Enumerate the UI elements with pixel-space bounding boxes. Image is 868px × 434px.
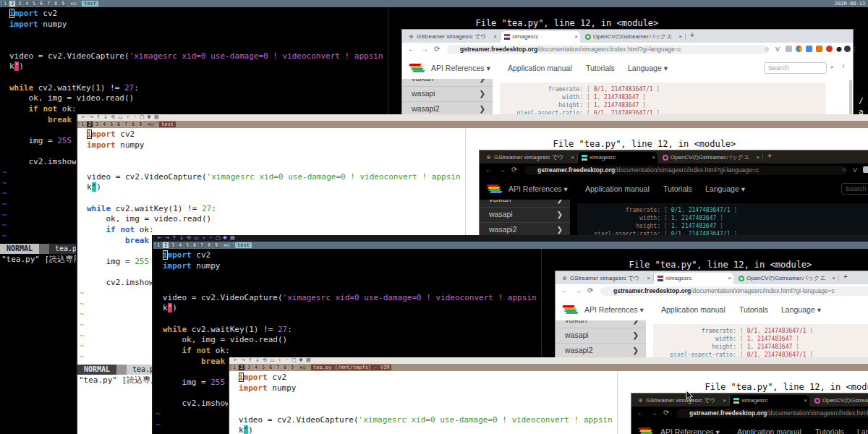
- vimium-icon[interactable]: V: [775, 46, 780, 54]
- toolbar-icon[interactable]: －: [132, 114, 137, 121]
- new-tab-button[interactable]: +: [767, 152, 772, 160]
- toolbar-icon[interactable]: ▤: [154, 114, 159, 121]
- browser-tab[interactable]: ximagesrc×: [578, 152, 658, 163]
- browser-tab[interactable]: ximagesrc×: [501, 31, 580, 43]
- browser-tab[interactable]: OpenCVのGstreamerバックエ×: [582, 31, 684, 43]
- tmux-window-1[interactable]: 1: [80, 122, 85, 127]
- toolbar-icon[interactable]: ↓: [103, 114, 108, 121]
- new-tab-button[interactable]: +: [690, 31, 694, 39]
- avatar-icon[interactable]: [844, 46, 851, 52]
- reload-button[interactable]: ⟳: [587, 286, 593, 294]
- vim-editor[interactable]: import cv2import numpyvideo = cv2.VideoC…: [229, 371, 618, 434]
- tmux-window-4[interactable]: 4: [101, 122, 107, 127]
- url-bar[interactable]: gstreamer.freedesktop.org/documentation/…: [447, 45, 769, 54]
- tab-close-icon[interactable]: ×: [574, 31, 578, 43]
- tab-close-icon[interactable]: ×: [756, 152, 760, 163]
- tmux-window-6[interactable]: 6: [268, 365, 273, 370]
- docs-nav-item[interactable]: Tutorials: [739, 299, 768, 320]
- back-button[interactable]: ←: [485, 166, 493, 174]
- browser-tab[interactable]: OpenCVのGstreamerバックエ×: [659, 152, 762, 163]
- tmux-window-4[interactable]: 4: [253, 365, 259, 370]
- toolbar-icon[interactable]: ←: [158, 235, 162, 242]
- tmux-window-2[interactable]: 2: [9, 1, 15, 7]
- toolbar-icon[interactable]: ✚: [299, 357, 303, 364]
- tmux-window-4[interactable]: 4: [24, 1, 30, 7]
- tmux-window-2[interactable]: 2: [239, 365, 244, 370]
- browser-tab[interactable]: ⊕GStreamer ximagesrc でウ×: [558, 273, 652, 284]
- toolbar-icon[interactable]: ✚: [147, 114, 151, 121]
- back-button[interactable]: ←: [408, 45, 415, 53]
- docs-nav-item[interactable]: API References ▾: [509, 178, 568, 200]
- opencv-test-window-level-3[interactable]: ←→↑↓⟲▭＋－▢✚▤'123456789×○'tea.py (/mnt/tmp…: [228, 357, 868, 434]
- tab-close-icon[interactable]: ×: [571, 152, 574, 163]
- toolbar-icon[interactable]: ⟲: [187, 235, 191, 242]
- forward-button[interactable]: →: [574, 286, 582, 294]
- sidebar-item-wasapi[interactable]: wasapi❯: [480, 207, 570, 223]
- tmux-window-9[interactable]: 9: [137, 122, 143, 127]
- back-button[interactable]: ←: [637, 409, 644, 417]
- docs-nav-item[interactable]: API References ▾: [584, 299, 644, 320]
- tmux-window-1[interactable]: 1: [2, 1, 8, 7]
- reload-button[interactable]: ⟳: [663, 409, 669, 417]
- url-bar[interactable]: gstreamer.freedesktop.org/documentation/…: [676, 409, 868, 418]
- tmux-window-5[interactable]: 5: [109, 122, 114, 127]
- tmux-window-6[interactable]: 6: [116, 122, 122, 127]
- tmux-window-9[interactable]: 9: [60, 1, 66, 7]
- sidebar-item-wasapi[interactable]: wasapi❯: [402, 86, 493, 102]
- docs-nav-item[interactable]: Tutorials: [663, 178, 692, 200]
- blue-app-icon[interactable]: [806, 46, 812, 52]
- toolbar-icon[interactable]: ▤: [306, 357, 311, 364]
- browser-tab[interactable]: ⊕GStreamer ximagesrc でウ×: [405, 31, 499, 43]
- tab-close-icon[interactable]: ×: [678, 31, 682, 43]
- tmux-window-7[interactable]: 7: [123, 122, 129, 127]
- back-button[interactable]: ←: [561, 286, 569, 294]
- toolbar-icon[interactable]: →: [241, 357, 245, 364]
- tmux-window-3[interactable]: 3: [246, 365, 252, 370]
- forward-button[interactable]: →: [498, 166, 506, 174]
- tab-close-icon[interactable]: ×: [804, 395, 807, 407]
- tmux-window-8[interactable]: 8: [206, 242, 212, 248]
- browser-tab[interactable]: OpenCVのGstreamerバックエ×: [811, 395, 868, 407]
- toolbar-icon[interactable]: ↑: [96, 114, 101, 121]
- tmux-window-3[interactable]: 3: [94, 122, 100, 127]
- docs-nav-item[interactable]: Language ▾: [628, 57, 668, 79]
- url-bar[interactable]: gstreamer.freedesktop.org/documentation/…: [524, 166, 846, 175]
- tmux-window-3[interactable]: 3: [170, 242, 176, 248]
- orange-app-icon[interactable]: [816, 46, 822, 52]
- toolbar-icon[interactable]: ←: [234, 357, 238, 364]
- tmux-window-6[interactable]: 6: [192, 242, 197, 248]
- tmux-window-4[interactable]: 4: [177, 242, 183, 248]
- tab-close-icon[interactable]: ×: [723, 395, 726, 407]
- toolbar-icon[interactable]: ↓: [255, 357, 260, 364]
- tmux-window-2[interactable]: 2: [87, 122, 93, 127]
- sidebar-item-wasapi[interactable]: wasapi❯: [556, 328, 646, 344]
- tab-close-icon[interactable]: ×: [832, 273, 835, 284]
- docs-nav-item[interactable]: API References ▾: [660, 421, 720, 434]
- docs-nav-item[interactable]: Application manual: [737, 421, 801, 434]
- tmux-window-1[interactable]: 1: [231, 365, 237, 370]
- tmux-window-5[interactable]: 5: [184, 242, 190, 248]
- tmux-window-9[interactable]: 9: [213, 242, 219, 248]
- colorwheel-icon[interactable]: [796, 46, 802, 52]
- reload-button[interactable]: ⟳: [511, 166, 517, 174]
- tmux-window-9[interactable]: 9: [289, 365, 295, 370]
- docs-search-input[interactable]: Search: [841, 183, 868, 195]
- browser-tab[interactable]: ximagesrc×: [730, 395, 809, 407]
- toolbar-icon[interactable]: ⟲: [111, 114, 115, 121]
- tab-close-icon[interactable]: ×: [647, 273, 650, 284]
- docs-nav-item[interactable]: Language ▾: [857, 421, 868, 434]
- tmux-window-8[interactable]: 8: [130, 122, 136, 127]
- red-circle-icon[interactable]: [826, 46, 833, 52]
- toolbar-icon[interactable]: ▤: [230, 235, 235, 242]
- toolbar-icon[interactable]: ＋: [125, 114, 130, 121]
- tmux-window-5[interactable]: 5: [260, 365, 266, 370]
- toolbar-icon[interactable]: ▢: [140, 114, 145, 121]
- menu-dots-icon[interactable]: ⋮: [851, 46, 858, 54]
- tmux-window-6[interactable]: 6: [38, 1, 44, 7]
- star-icon[interactable]: ☆: [764, 46, 770, 54]
- gray-box-icon[interactable]: [786, 46, 792, 52]
- toolbar-icon[interactable]: ✚: [223, 235, 227, 242]
- toolbar-icon[interactable]: ▢: [216, 235, 221, 242]
- tab-close-icon[interactable]: ×: [493, 31, 497, 43]
- browser-tab[interactable]: ⊕GStreamer ximagesrc でウ×: [482, 152, 576, 163]
